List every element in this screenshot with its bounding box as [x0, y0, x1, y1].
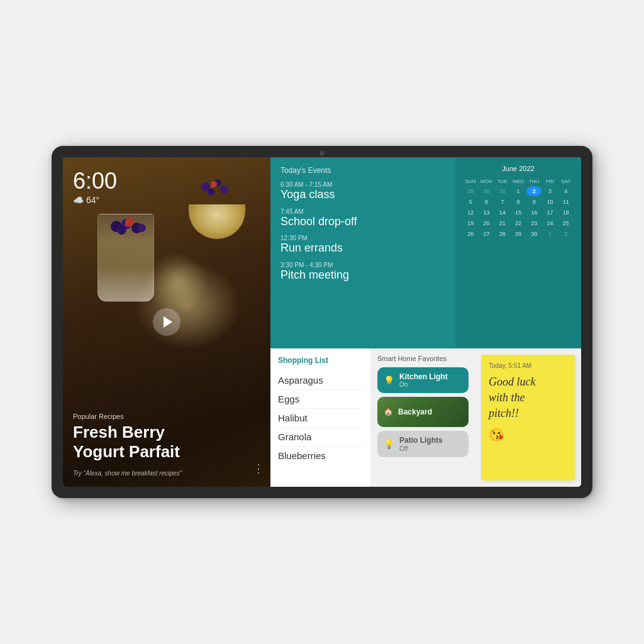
- cal-day[interactable]: 27: [479, 229, 494, 239]
- patio-lights-info: Patio Lights Off: [399, 436, 462, 452]
- cal-day[interactable]: 29: [463, 186, 478, 196]
- play-icon: [164, 316, 172, 328]
- cal-day[interactable]: 20: [479, 218, 494, 228]
- cal-day[interactable]: 13: [479, 208, 494, 218]
- cal-day-header: TUE: [495, 177, 510, 186]
- cal-day-header: MON: [479, 177, 494, 186]
- cal-day[interactable]: 21: [495, 218, 510, 228]
- right-panel: Today's Events 6:30 AM - 7:15 AM Yoga cl…: [270, 157, 581, 487]
- cal-day-header: FRI: [542, 177, 557, 186]
- cal-day-today[interactable]: 2: [526, 186, 541, 196]
- cal-day[interactable]: 4: [558, 186, 574, 196]
- cal-day[interactable]: 12: [463, 208, 478, 218]
- shopping-title: Shopping List: [278, 356, 363, 365]
- left-panel: 6:00 ☁️ 64° Popular Recipes Fresh BerryY…: [63, 157, 270, 487]
- cal-day[interactable]: 2: [558, 229, 574, 239]
- cal-day[interactable]: 24: [542, 218, 557, 228]
- top-row: Today's Events 6:30 AM - 7:15 AM Yoga cl…: [270, 157, 581, 348]
- cal-day[interactable]: 16: [526, 208, 541, 218]
- patio-bulb-icon: 💡: [384, 439, 394, 449]
- cal-day[interactable]: 9: [526, 197, 541, 207]
- bottom-row: Shopping List Asparagus Eggs Halibut Gra…: [270, 348, 581, 487]
- note-emoji: 😘: [489, 427, 567, 442]
- events-title: Today's Events: [280, 166, 445, 175]
- cal-day[interactable]: 29: [511, 229, 526, 239]
- cal-day[interactable]: 10: [542, 197, 557, 207]
- note-timestamp: Today, 5:51 AM: [489, 362, 567, 369]
- calendar-panel: June 2022 SUN MON TUE WED THU FRI SAT 29…: [455, 157, 581, 348]
- note-card[interactable]: Today, 5:51 AM Good luckwith thepitch!! …: [481, 355, 575, 480]
- play-button[interactable]: [153, 308, 180, 336]
- cal-day[interactable]: 11: [558, 197, 574, 207]
- cal-day[interactable]: 25: [558, 218, 574, 228]
- cal-day[interactable]: 23: [526, 218, 541, 228]
- backyard-name: Backyard: [398, 408, 462, 416]
- patio-lights-device[interactable]: 💡 Patio Lights Off: [377, 431, 469, 457]
- cal-day[interactable]: 14: [495, 208, 510, 218]
- cal-day[interactable]: 28: [495, 229, 510, 239]
- cal-day[interactable]: 17: [542, 208, 557, 218]
- cal-day[interactable]: 26: [463, 229, 478, 239]
- shopping-item-asparagus[interactable]: Asparagus: [278, 371, 363, 390]
- backyard-icon: 🏠: [384, 408, 393, 416]
- cal-day-header: SUN: [463, 177, 478, 186]
- event-time: 3:30 PM - 4:30 PM: [280, 262, 445, 269]
- cal-day-header: WED: [511, 177, 526, 186]
- clock: 6:00: [73, 170, 117, 192]
- event-item[interactable]: 3:30 PM - 4:30 PM Pitch meeting: [280, 262, 445, 282]
- cal-day[interactable]: 18: [558, 208, 574, 218]
- events-panel: Today's Events 6:30 AM - 7:15 AM Yoga cl…: [270, 157, 455, 348]
- cal-day[interactable]: 7: [495, 197, 510, 207]
- device-frame: 6:00 ☁️ 64° Popular Recipes Fresh BerryY…: [52, 146, 592, 498]
- event-name: School drop-off: [280, 215, 445, 229]
- event-item[interactable]: 12:30 PM Run errands: [280, 235, 445, 255]
- event-item[interactable]: 7:45 AM School drop-off: [280, 208, 445, 229]
- event-name: Yoga class: [280, 188, 445, 202]
- note-panel: Today, 5:51 AM Good luckwith thepitch!! …: [475, 348, 581, 487]
- cal-day[interactable]: 31: [495, 186, 510, 196]
- cal-day-header: SAT: [558, 177, 574, 186]
- kitchen-light-status: On: [399, 381, 462, 388]
- camera-dot: [319, 151, 325, 156]
- event-time: 7:45 AM: [280, 208, 445, 215]
- recipe-title: Fresh BerryYogurt Parfait: [73, 423, 180, 462]
- shopping-item-granola[interactable]: Granola: [278, 428, 363, 447]
- shopping-panel: Shopping List Asparagus Eggs Halibut Gra…: [270, 348, 371, 487]
- event-name: Run errands: [280, 242, 445, 255]
- cal-day[interactable]: 1: [511, 186, 526, 196]
- device-screen: 6:00 ☁️ 64° Popular Recipes Fresh BerryY…: [63, 157, 581, 487]
- cal-day[interactable]: 30: [479, 186, 494, 196]
- time-display: 6:00 ☁️ 64°: [73, 170, 117, 205]
- kitchen-light-info: Kitchen Light On: [399, 372, 462, 388]
- cal-day[interactable]: 19: [463, 218, 478, 228]
- cal-day[interactable]: 15: [511, 208, 526, 218]
- shopping-item-eggs[interactable]: Eggs: [278, 390, 363, 409]
- more-options-icon[interactable]: ⋮: [253, 462, 264, 475]
- patio-lights-name: Patio Lights: [399, 436, 462, 445]
- recipe-label: Popular Recipes Fresh BerryYogurt Parfai…: [73, 413, 180, 462]
- event-item[interactable]: 6:30 AM - 7:15 AM Yoga class: [280, 181, 445, 202]
- shopping-item-blueberries[interactable]: Blueberries: [278, 447, 363, 465]
- cal-day[interactable]: 5: [463, 197, 478, 207]
- calendar-grid: SUN MON TUE WED THU FRI SAT 29 30 31 1 2…: [463, 177, 574, 239]
- kitchen-light-name: Kitchen Light: [399, 372, 462, 381]
- cal-day[interactable]: 3: [542, 186, 557, 196]
- calendar-title: June 2022: [463, 165, 574, 172]
- recipe-category: Popular Recipes: [73, 413, 180, 420]
- cal-day-header: THU: [526, 177, 541, 186]
- smarthome-title: Smart Home Favorites: [377, 355, 469, 362]
- cal-day[interactable]: 6: [479, 197, 494, 207]
- recipe-hint: Try "Alexa, show me breakfast recipes": [73, 470, 182, 477]
- cal-day[interactable]: 1: [542, 229, 557, 239]
- note-text: Good luckwith thepitch!!: [489, 374, 567, 422]
- cal-day[interactable]: 30: [526, 229, 541, 239]
- cal-day[interactable]: 22: [511, 218, 526, 228]
- patio-lights-status: Off: [399, 445, 462, 452]
- kitchen-light-device[interactable]: 💡 Kitchen Light On: [377, 367, 469, 393]
- backyard-info: Backyard: [398, 408, 462, 416]
- backyard-device[interactable]: 🏠 Backyard: [377, 397, 469, 427]
- cal-day[interactable]: 8: [511, 197, 526, 207]
- event-time: 6:30 AM - 7:15 AM: [280, 181, 445, 188]
- event-time: 12:30 PM: [280, 235, 445, 242]
- shopping-item-halibut[interactable]: Halibut: [278, 409, 363, 428]
